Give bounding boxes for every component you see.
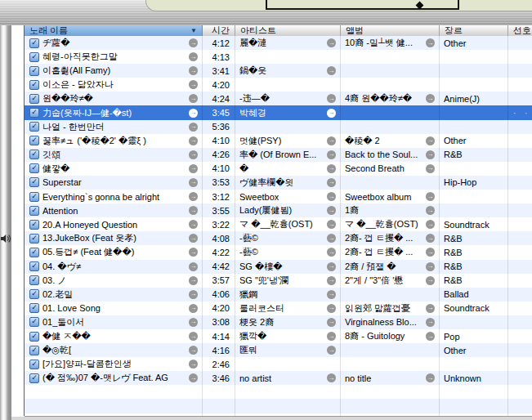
song-album-cell[interactable]: Back to the Soul...→ xyxy=(341,148,440,162)
detail-arrow-icon[interactable]: → xyxy=(189,220,198,229)
song-artist-cell[interactable]: Sweetbox→ xyxy=(235,190,341,203)
song-name-cell[interactable]: ✓�健 ㅈ��→ xyxy=(25,329,203,343)
song-artist-cell[interactable]: 率� (Of Brown E...→ xyxy=(235,148,341,162)
checkbox[interactable]: ✓ xyxy=(29,80,39,90)
detail-arrow-icon[interactable]: → xyxy=(189,52,198,61)
detail-arrow-icon[interactable]: → xyxy=(426,304,435,313)
detail-arrow-icon[interactable]: → xyxy=(426,373,435,382)
song-row[interactable]: ✓Everything`s gonna be alright→3:12Sweet… xyxy=(25,190,532,203)
song-artist-cell[interactable]: 麗�漣→ xyxy=(235,36,341,50)
detail-arrow-icon[interactable]: → xyxy=(426,192,435,201)
song-artist-cell[interactable]: 鍋�웃→ xyxy=(235,64,341,78)
song-artist-cell[interactable]: SG �樓�→ xyxy=(235,260,341,274)
detail-arrow-icon[interactable]: → xyxy=(189,332,198,341)
song-rating-cell[interactable] xyxy=(508,315,532,329)
detail-arrow-icon[interactable]: → xyxy=(327,304,336,313)
song-rating-cell[interactable] xyxy=(508,134,532,148)
detail-arrow-icon[interactable]: → xyxy=(327,94,336,103)
checkbox[interactable]: ✓ xyxy=(29,38,39,48)
song-name-cell[interactable]: ✓원��玲≠�→ xyxy=(25,92,203,105)
song-name-cell[interactable]: ✓20.A Honeyed Question→ xyxy=(25,217,203,231)
detail-arrow-icon[interactable]: → xyxy=(189,164,198,173)
column-header-artist[interactable]: 아티스트 xyxy=(235,25,341,36)
detail-arrow-icon[interactable]: → xyxy=(189,178,198,187)
song-name-cell[interactable]: ✓04. �ヴ≠→ xyxy=(25,260,203,274)
checkbox[interactable]: ✓ xyxy=(29,261,39,271)
song-row[interactable]: ✓20.A Honeyed Question→3:22マ �__乾흉(OST)→… xyxy=(25,217,532,231)
detail-arrow-icon[interactable]: → xyxy=(426,318,435,327)
song-name-cell[interactable]: ✓05.등껍≠ (Feat 健��)→ xyxy=(25,245,203,259)
song-row[interactable]: ✓혜령-아직못한그말→4:13 xyxy=(25,50,532,64)
song-rating-cell[interactable] xyxy=(508,288,532,302)
song-row[interactable]: ✓ヂ蘿�→4:12麗�漣→10裔 -밀┴뱃 健...→Other xyxy=(25,36,532,50)
detail-arrow-icon[interactable]: → xyxy=(426,94,435,103)
song-row[interactable]: ✓力숩(웃짜-IJ—健-�st)→3:45박혜경→· · xyxy=(25,105,532,119)
song-album-cell[interactable]: Virginalness Blo...→ xyxy=(341,315,440,329)
detail-arrow-icon[interactable]: → xyxy=(327,136,336,145)
checkbox[interactable]: ✓ xyxy=(29,360,39,369)
detail-arrow-icon[interactable]: → xyxy=(189,150,198,159)
detail-arrow-icon[interactable]: → xyxy=(189,109,198,118)
detail-arrow-icon[interactable]: → xyxy=(189,38,198,47)
song-name-cell[interactable]: ✓01. Love Song→ xyxy=(25,302,203,315)
song-artist-cell[interactable]: -藝©→ xyxy=(235,245,341,259)
detail-arrow-icon[interactable]: → xyxy=(189,66,198,75)
detail-arrow-icon[interactable]: → xyxy=(327,164,336,173)
song-row[interactable]: ✓健깧�→4:10�→Second Breath→ xyxy=(25,162,532,176)
song-name-cell[interactable]: ✓(� 점‰)07 �-맷レヴ Feat. AG→ xyxy=(25,371,203,385)
detail-arrow-icon[interactable]: → xyxy=(189,373,198,382)
checkbox[interactable]: ✓ xyxy=(29,122,39,132)
detail-arrow-icon[interactable]: → xyxy=(426,206,435,215)
song-artist-cell[interactable]: ヴ健率欄�읫→ xyxy=(235,176,341,190)
song-rating-cell[interactable] xyxy=(508,329,532,343)
song-row[interactable]: ✓Superstar→3:53ヴ健率欄�읫→Hip-Hop xyxy=(25,176,532,190)
checkbox[interactable]: ✓ xyxy=(29,317,39,327)
detail-arrow-icon[interactable]: → xyxy=(327,220,336,229)
song-album-cell[interactable]: 2"게 / "3"倍 '懋→ xyxy=(341,274,440,288)
checkbox[interactable]: ✓ xyxy=(29,94,39,104)
detail-arrow-icon[interactable]: → xyxy=(327,262,336,271)
song-artist-cell[interactable]: マ �__乾흉(OST)→ xyxy=(235,217,341,231)
detail-arrow-icon[interactable]: → xyxy=(327,38,336,47)
checkbox[interactable]: ✓ xyxy=(29,234,39,244)
song-rating-cell[interactable] xyxy=(508,302,532,315)
checkbox[interactable]: ✓ xyxy=(29,52,39,62)
detail-arrow-icon[interactable]: → xyxy=(327,109,336,118)
song-row[interactable]: ✓03. ノ→3:57SG "兜'냉'瀾→2"게 / "3"倍 '懋→R&B xyxy=(25,274,532,288)
detail-arrow-icon[interactable]: → xyxy=(426,234,435,243)
song-name-cell[interactable]: ✓혜령-아직못한그말→ xyxy=(25,50,203,64)
checkbox[interactable]: ✓ xyxy=(29,346,39,355)
song-album-cell[interactable]: Second Breath→ xyxy=(341,162,440,176)
checkbox[interactable]: ✓ xyxy=(29,289,39,299)
detail-arrow-icon[interactable]: → xyxy=(189,206,198,215)
detail-arrow-icon[interactable]: → xyxy=(189,80,198,89)
song-rating-cell[interactable] xyxy=(508,162,532,176)
song-artist-cell[interactable]: �→ xyxy=(235,162,341,176)
song-rating-cell[interactable] xyxy=(508,217,532,231)
detail-arrow-icon[interactable]: → xyxy=(327,373,336,382)
song-album-cell[interactable]: 2裔- 껍 ㅌ攫� ...→ xyxy=(341,231,440,245)
detail-arrow-icon[interactable]: → xyxy=(189,94,198,103)
checkbox[interactable]: ✓ xyxy=(29,150,39,159)
checkbox[interactable]: ✓ xyxy=(29,177,39,187)
song-row[interactable]: ✓04. �ヴ≠→4:42SG �樓�→2裔 / 預잴 �→R&B xyxy=(25,260,532,274)
checkbox[interactable]: ✓ xyxy=(29,163,39,173)
song-album-cell[interactable]: マ �__乾흉(OST)→ xyxy=(341,217,440,231)
song-name-cell[interactable]: ✓이홉쵫(All Famy)→ xyxy=(25,64,203,78)
checkbox[interactable]: ✓ xyxy=(29,275,39,285)
checkbox[interactable]: ✓ xyxy=(29,332,39,342)
song-row[interactable]: ✓이소은 - 닮았자나→4:20 xyxy=(25,78,532,92)
song-name-cell[interactable]: ✓[가요]양파-달콤한인생→ xyxy=(25,357,203,371)
detail-arrow-icon[interactable]: → xyxy=(327,346,336,355)
checkbox[interactable]: ✓ xyxy=(29,303,39,313)
detail-arrow-icon[interactable]: → xyxy=(189,136,198,145)
song-name-cell[interactable]: ✓ヂ蘿�→ xyxy=(25,36,203,50)
song-row[interactable]: ✓Attention→3:55Lady(屢健뵘)→1裔→ xyxy=(25,203,532,217)
song-rating-cell[interactable] xyxy=(508,64,532,78)
song-rating-cell[interactable] xyxy=(508,36,532,50)
detail-arrow-icon[interactable]: → xyxy=(189,290,198,299)
song-album-cell[interactable]: 1裔→ xyxy=(341,203,440,217)
song-row[interactable]: ✓�◎乾[→4:16匯뭐→Other xyxy=(25,343,532,357)
song-row[interactable]: ✓꿇率≠ュ ('�稜�2' �靈ξ )→4:10멋健(PSY)→�稜� 2→Ot… xyxy=(25,134,532,148)
column-header-album[interactable]: 앨범 xyxy=(341,25,440,36)
